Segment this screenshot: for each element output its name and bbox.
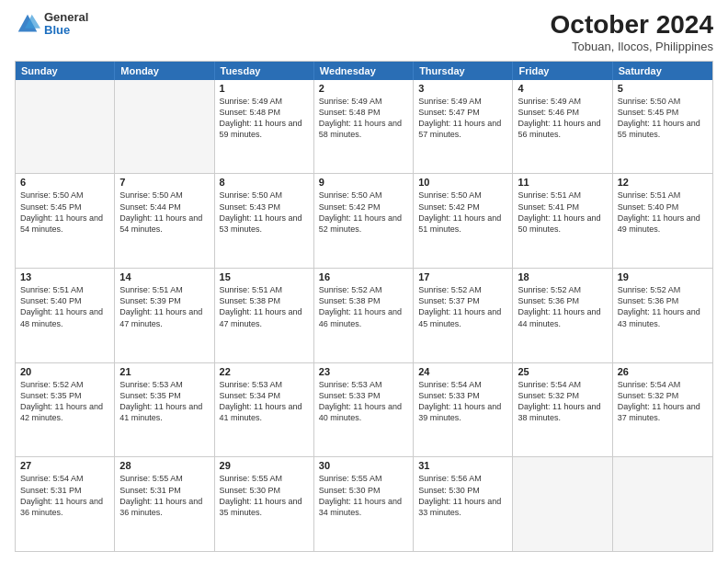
day-number: 11	[518, 177, 607, 188]
day-info: Sunrise: 5:55 AM Sunset: 5:30 PM Dayligh…	[319, 473, 408, 518]
calendar-cell	[513, 457, 612, 551]
day-info: Sunrise: 5:53 AM Sunset: 5:34 PM Dayligh…	[220, 379, 309, 424]
calendar-row: 27Sunrise: 5:54 AM Sunset: 5:31 PM Dayli…	[16, 456, 712, 551]
day-number: 1	[220, 83, 309, 94]
day-number: 14	[119, 271, 209, 282]
page: General Blue October 2024 Tobuan, Ilocos…	[0, 0, 728, 563]
day-number: 24	[418, 366, 507, 377]
calendar-cell: 7Sunrise: 5:50 AM Sunset: 5:44 PM Daylig…	[115, 174, 214, 268]
calendar-cell	[16, 80, 115, 174]
header-cell-sunday: Sunday	[16, 62, 115, 80]
day-number: 16	[319, 271, 408, 282]
calendar-cell: 20Sunrise: 5:52 AM Sunset: 5:35 PM Dayli…	[16, 363, 115, 457]
header-cell-monday: Monday	[115, 62, 214, 80]
day-number: 13	[20, 271, 109, 282]
day-number: 2	[319, 83, 408, 94]
calendar-cell: 8Sunrise: 5:50 AM Sunset: 5:43 PM Daylig…	[215, 174, 314, 268]
calendar-cell: 31Sunrise: 5:56 AM Sunset: 5:30 PM Dayli…	[414, 457, 513, 551]
day-number: 31	[418, 460, 507, 471]
calendar-row: 13Sunrise: 5:51 AM Sunset: 5:40 PM Dayli…	[16, 268, 712, 362]
day-info: Sunrise: 5:52 AM Sunset: 5:38 PM Dayligh…	[319, 284, 408, 329]
logo: General Blue	[15, 11, 88, 38]
calendar-cell: 9Sunrise: 5:50 AM Sunset: 5:42 PM Daylig…	[314, 174, 414, 268]
day-info: Sunrise: 5:53 AM Sunset: 5:33 PM Dayligh…	[319, 379, 408, 424]
day-info: Sunrise: 5:52 AM Sunset: 5:36 PM Dayligh…	[518, 284, 607, 329]
day-info: Sunrise: 5:51 AM Sunset: 5:38 PM Dayligh…	[220, 284, 309, 329]
logo-general: General	[44, 11, 88, 24]
day-number: 28	[119, 460, 209, 471]
day-number: 17	[418, 271, 507, 282]
calendar-cell: 1Sunrise: 5:49 AM Sunset: 5:48 PM Daylig…	[215, 80, 314, 174]
day-number: 25	[518, 366, 607, 377]
calendar-header: SundayMondayTuesdayWednesdayThursdayFrid…	[16, 62, 712, 80]
day-info: Sunrise: 5:50 AM Sunset: 5:42 PM Dayligh…	[319, 190, 408, 235]
day-info: Sunrise: 5:52 AM Sunset: 5:36 PM Dayligh…	[618, 284, 708, 329]
logo-icon	[15, 11, 40, 37]
day-number: 5	[618, 83, 708, 94]
calendar-row: 6Sunrise: 5:50 AM Sunset: 5:45 PM Daylig…	[16, 173, 712, 268]
day-number: 18	[518, 271, 607, 282]
day-info: Sunrise: 5:49 AM Sunset: 5:48 PM Dayligh…	[220, 96, 309, 141]
day-number: 29	[220, 460, 309, 471]
calendar-cell: 19Sunrise: 5:52 AM Sunset: 5:36 PM Dayli…	[613, 269, 712, 362]
day-info: Sunrise: 5:54 AM Sunset: 5:31 PM Dayligh…	[20, 473, 109, 518]
calendar-cell: 16Sunrise: 5:52 AM Sunset: 5:38 PM Dayli…	[314, 269, 414, 362]
day-info: Sunrise: 5:51 AM Sunset: 5:41 PM Dayligh…	[518, 190, 607, 235]
header-cell-friday: Friday	[513, 62, 612, 80]
day-number: 21	[119, 366, 209, 377]
calendar-cell: 6Sunrise: 5:50 AM Sunset: 5:45 PM Daylig…	[16, 174, 115, 268]
header-cell-thursday: Thursday	[414, 62, 513, 80]
calendar-cell: 11Sunrise: 5:51 AM Sunset: 5:41 PM Dayli…	[513, 174, 612, 268]
calendar-cell: 4Sunrise: 5:49 AM Sunset: 5:46 PM Daylig…	[513, 80, 612, 174]
calendar-cell: 13Sunrise: 5:51 AM Sunset: 5:40 PM Dayli…	[16, 269, 115, 362]
day-info: Sunrise: 5:55 AM Sunset: 5:31 PM Dayligh…	[119, 473, 209, 518]
logo-blue: Blue	[44, 24, 88, 37]
day-number: 20	[20, 366, 109, 377]
calendar-cell: 5Sunrise: 5:50 AM Sunset: 5:45 PM Daylig…	[613, 80, 712, 174]
day-number: 10	[418, 177, 507, 188]
calendar-cell: 24Sunrise: 5:54 AM Sunset: 5:33 PM Dayli…	[414, 363, 513, 457]
calendar-cell	[115, 80, 214, 174]
calendar-cell: 18Sunrise: 5:52 AM Sunset: 5:36 PM Dayli…	[513, 269, 612, 362]
day-info: Sunrise: 5:54 AM Sunset: 5:32 PM Dayligh…	[518, 379, 607, 424]
calendar-row: 1Sunrise: 5:49 AM Sunset: 5:48 PM Daylig…	[16, 80, 712, 174]
title-block: October 2024 Tobuan, Ilocos, Philippines	[551, 11, 713, 53]
day-number: 12	[618, 177, 708, 188]
calendar-cell: 29Sunrise: 5:55 AM Sunset: 5:30 PM Dayli…	[215, 457, 314, 551]
day-info: Sunrise: 5:56 AM Sunset: 5:30 PM Dayligh…	[418, 473, 507, 518]
day-info: Sunrise: 5:53 AM Sunset: 5:35 PM Dayligh…	[119, 379, 209, 424]
calendar-cell: 28Sunrise: 5:55 AM Sunset: 5:31 PM Dayli…	[115, 457, 214, 551]
day-info: Sunrise: 5:49 AM Sunset: 5:46 PM Dayligh…	[518, 96, 607, 141]
header-cell-wednesday: Wednesday	[314, 62, 414, 80]
day-info: Sunrise: 5:50 AM Sunset: 5:43 PM Dayligh…	[220, 190, 309, 235]
calendar-cell: 14Sunrise: 5:51 AM Sunset: 5:39 PM Dayli…	[115, 269, 214, 362]
day-info: Sunrise: 5:54 AM Sunset: 5:32 PM Dayligh…	[618, 379, 708, 424]
day-info: Sunrise: 5:49 AM Sunset: 5:47 PM Dayligh…	[418, 96, 507, 141]
day-info: Sunrise: 5:50 AM Sunset: 5:44 PM Dayligh…	[119, 190, 209, 235]
day-number: 8	[220, 177, 309, 188]
day-info: Sunrise: 5:51 AM Sunset: 5:39 PM Dayligh…	[119, 284, 209, 329]
calendar-cell: 3Sunrise: 5:49 AM Sunset: 5:47 PM Daylig…	[414, 80, 513, 174]
day-number: 22	[220, 366, 309, 377]
calendar-cell: 21Sunrise: 5:53 AM Sunset: 5:35 PM Dayli…	[115, 363, 214, 457]
header-cell-saturday: Saturday	[613, 62, 712, 80]
header-cell-tuesday: Tuesday	[215, 62, 314, 80]
header: General Blue October 2024 Tobuan, Ilocos…	[15, 11, 713, 53]
calendar-cell: 12Sunrise: 5:51 AM Sunset: 5:40 PM Dayli…	[613, 174, 712, 268]
day-number: 15	[220, 271, 309, 282]
day-info: Sunrise: 5:49 AM Sunset: 5:48 PM Dayligh…	[319, 96, 408, 141]
calendar-cell: 22Sunrise: 5:53 AM Sunset: 5:34 PM Dayli…	[215, 363, 314, 457]
day-number: 9	[319, 177, 408, 188]
day-number: 3	[418, 83, 507, 94]
calendar-cell: 30Sunrise: 5:55 AM Sunset: 5:30 PM Dayli…	[314, 457, 414, 551]
day-number: 26	[618, 366, 708, 377]
logo-text: General Blue	[44, 11, 88, 38]
day-info: Sunrise: 5:52 AM Sunset: 5:37 PM Dayligh…	[418, 284, 507, 329]
calendar-row: 20Sunrise: 5:52 AM Sunset: 5:35 PM Dayli…	[16, 362, 712, 457]
day-number: 30	[319, 460, 408, 471]
day-number: 7	[119, 177, 209, 188]
day-info: Sunrise: 5:51 AM Sunset: 5:40 PM Dayligh…	[618, 190, 708, 235]
calendar-cell: 15Sunrise: 5:51 AM Sunset: 5:38 PM Dayli…	[215, 269, 314, 362]
calendar-cell: 27Sunrise: 5:54 AM Sunset: 5:31 PM Dayli…	[16, 457, 115, 551]
day-info: Sunrise: 5:51 AM Sunset: 5:40 PM Dayligh…	[20, 284, 109, 329]
